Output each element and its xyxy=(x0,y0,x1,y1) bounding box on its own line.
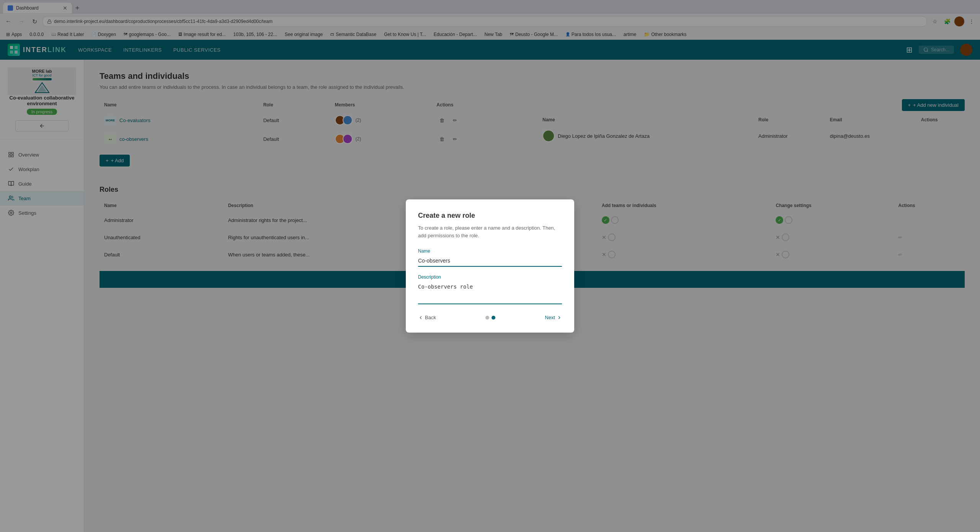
next-chevron-icon xyxy=(557,315,562,320)
modal-title: Create a new role xyxy=(418,212,562,220)
name-field: Name xyxy=(418,248,562,267)
back-label: Back xyxy=(425,315,436,320)
step-indicators xyxy=(485,316,495,320)
name-label: Name xyxy=(418,248,562,254)
create-role-modal: Create a new role To create a role, plea… xyxy=(406,199,574,333)
name-input[interactable] xyxy=(418,255,562,267)
description-label: Description xyxy=(418,274,562,280)
modal-subtitle: To create a role, please enter a name an… xyxy=(418,224,562,239)
next-label: Next xyxy=(545,315,555,320)
description-textarea[interactable] xyxy=(418,281,562,304)
modal-next-button[interactable]: Next xyxy=(545,315,562,320)
step-dot-2 xyxy=(492,316,495,320)
modal-footer: Back Next xyxy=(418,315,562,320)
back-chevron-icon xyxy=(418,315,423,320)
modal-overlay[interactable]: Create a new role To create a role, plea… xyxy=(0,0,980,532)
step-dot-1 xyxy=(485,316,489,320)
description-field: Description xyxy=(418,274,562,305)
modal-back-button[interactable]: Back xyxy=(418,315,436,320)
